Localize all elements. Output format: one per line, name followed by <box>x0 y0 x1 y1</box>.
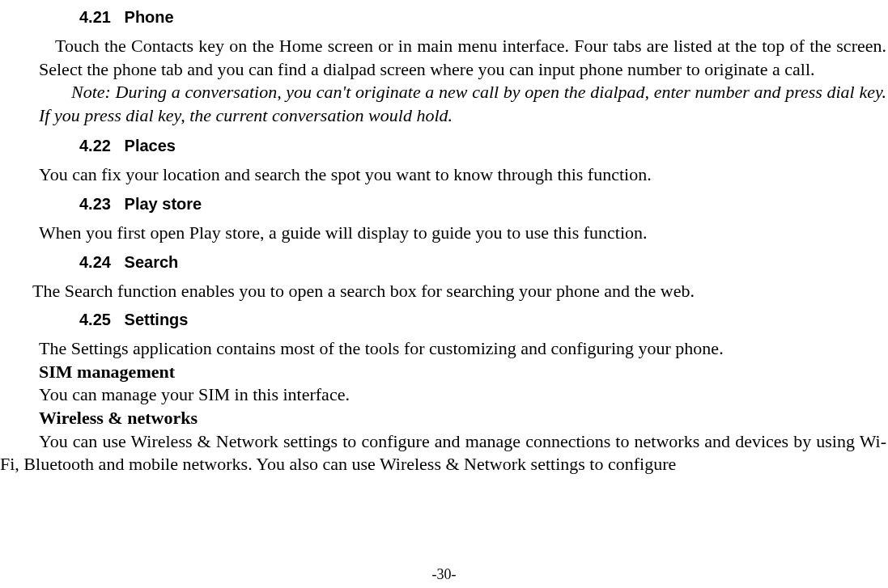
paragraph-sim-management: You can manage your SIM in this interfac… <box>0 383 888 407</box>
document-page: 4.21 Phone Touch the Contacts key on the… <box>0 0 888 476</box>
subheading-sim-management: SIM management <box>0 361 888 384</box>
heading-4-23: 4.23 Play store <box>79 195 888 214</box>
paragraph-4-24: The Search function enables you to open … <box>0 280 888 303</box>
note-text: Note: During a conversation, you can't o… <box>39 82 886 125</box>
heading-number: 4.21 <box>79 8 120 27</box>
heading-number: 4.23 <box>79 195 120 214</box>
heading-4-24: 4.24 Search <box>79 253 888 272</box>
para-prefix: When you first open <box>39 222 185 243</box>
heading-4-21: 4.21 Phone <box>79 8 888 27</box>
heading-number: 4.22 <box>79 137 120 155</box>
paragraph-wireless-full: You can use Wireless & Network settings … <box>0 430 888 476</box>
page-number-footer: -30- <box>0 566 888 583</box>
paragraph-4-25-intro: The Settings application contains most o… <box>0 337 888 361</box>
heading-title: Places <box>125 137 176 154</box>
heading-title: Play store <box>125 195 202 213</box>
paragraph-4-23: When you first open Play store, a guide … <box>0 222 888 245</box>
paragraph-4-22: You can fix your location and search the… <box>0 163 888 187</box>
heading-title: Phone <box>125 8 174 26</box>
wireless-body-text: You can use Wireless & Network settings … <box>0 430 886 476</box>
heading-4-25: 4.25 Settings <box>79 311 888 329</box>
heading-number: 4.25 <box>79 311 120 329</box>
note-4-21: Note: During a conversation, you can't o… <box>0 81 888 127</box>
heading-4-22: 4.22 Places <box>79 137 888 155</box>
heading-number: 4.24 <box>79 253 120 272</box>
para-suffix: Play store, a guide will display to guid… <box>189 222 648 243</box>
heading-title: Settings <box>125 311 189 328</box>
paragraph-4-21: Touch the Contacts key on the Home scree… <box>0 35 888 81</box>
subheading-wireless-networks: Wireless & networks <box>0 407 888 430</box>
heading-title: Search <box>125 253 179 271</box>
